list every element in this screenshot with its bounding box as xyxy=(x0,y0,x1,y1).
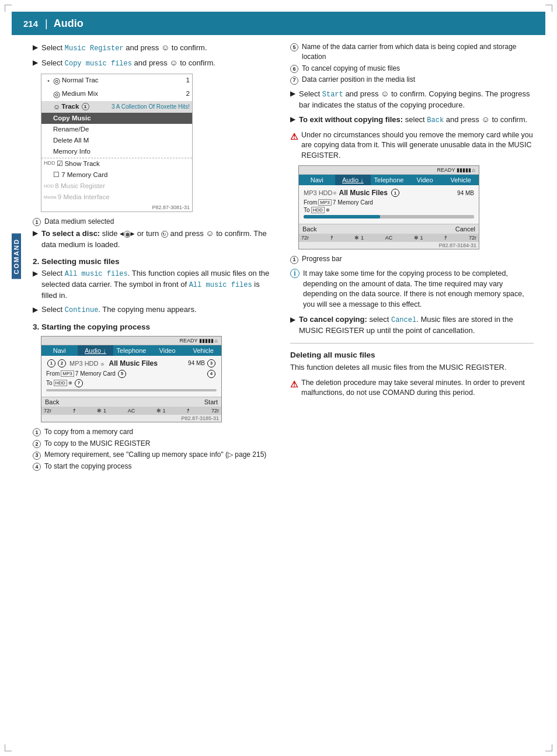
menu-row-show-track: HDD ☑ Show Track xyxy=(41,158,192,169)
progress-bar-fill-2 xyxy=(304,215,380,219)
corner-mark-tr xyxy=(545,5,552,12)
section-divider xyxy=(290,343,534,344)
overlay-4: 4 xyxy=(207,370,215,378)
menu-row-delete-all: Delete All M xyxy=(41,135,192,146)
menu-row-rename: Rename/De xyxy=(41,124,192,135)
ready-text-1: READY xyxy=(180,338,198,344)
overlay-1: 1 xyxy=(47,359,55,367)
menu-row-track: ☺ Track 1 3 A Collection Of Roxette Hits… xyxy=(41,101,192,113)
bullet-arrow-2: ▶ xyxy=(33,58,38,68)
caption-3-text: Memory requirement, see "Calling up memo… xyxy=(44,450,266,460)
caption-copy-from: 1 To copy from a memory card xyxy=(33,427,276,437)
caption-memory-req: 3 Memory requirement, see "Calling up me… xyxy=(33,450,276,460)
overlay-progress-1: 1 xyxy=(391,189,399,197)
device-bottom-bar-1: Back Start xyxy=(41,397,221,407)
corner-mark-bl xyxy=(5,744,12,751)
back-button-2: Back xyxy=(302,226,316,233)
nav-telephone-1: Telephone xyxy=(113,345,149,356)
warning-memory-card: ⚠ Under no circumstances should you remo… xyxy=(290,130,534,161)
section-delete-heading: Deleting all music files xyxy=(290,351,534,359)
caption-5: 5 Name of the data carrier from which da… xyxy=(290,42,534,62)
left-column: ▶ Select Music Register and press ☺ to c… xyxy=(33,42,276,473)
caption-5-text: Name of the data carrier from which data… xyxy=(302,42,534,62)
device-screen-progress: READY ▮▮▮▮▮ ⌂ Navi Audio ↓ Telephone Vid… xyxy=(298,165,479,249)
device-content-2: MP3 HDD ⊕ All Music Files 1 94 MB From M… xyxy=(299,185,479,224)
bullet-exit-without-copy: ▶ To exit without copying files: select … xyxy=(290,114,534,126)
caption-progress-bar: 1 Progress bar xyxy=(290,254,534,264)
nav-vehicle-1: Vehicle xyxy=(185,345,221,356)
nav-video-1: Video xyxy=(149,345,186,356)
device-bottom-bar-2: Back Cancel xyxy=(299,224,479,234)
bullet-select-music-register: ▶ Select Music Register and press ☺ to c… xyxy=(33,42,276,54)
caption-1-text: To copy from a memory card xyxy=(44,427,133,437)
device-nav-bar-1: Navi Audio ↓ Telephone Video Vehicle xyxy=(41,345,221,356)
info-copying-time: i It may take some time for the copying … xyxy=(290,269,534,310)
menu-row-medium-mix: ◎ Medium Mix 2 xyxy=(41,88,192,101)
bullet-select-disc: ▶ To select a disc: slide ◂▸ or turn ↻ a… xyxy=(33,228,276,250)
right-column: 5 Name of the data carrier from which da… xyxy=(290,42,534,473)
warning-icon-1: ⚠ xyxy=(290,130,298,143)
caption-data-medium-text: Data medium selected xyxy=(44,217,114,227)
nav-video-2: Video xyxy=(407,175,443,185)
bottom-captions: 1 To copy from a memory card 2 To copy t… xyxy=(33,427,276,471)
start-button-1: Start xyxy=(204,398,218,405)
menu-row-copy-music: Copy Music xyxy=(41,113,192,124)
menu-row-normal-trac: • ◎ Normal Trac 1 xyxy=(41,74,192,88)
nav-navi-2: Navi xyxy=(299,175,335,185)
caption-7: 7 Data carrier position in the media lis… xyxy=(290,75,534,85)
bullet-arrow-1: ▶ xyxy=(33,43,38,53)
bullet-all-music-files: ▶ Select All music files. This function … xyxy=(33,268,276,301)
part-num-1: P82.87-3081-31 xyxy=(41,203,192,211)
main-content: ▶ Select Music Register and press ☺ to c… xyxy=(21,35,545,485)
sidebar-label: COMAND xyxy=(12,234,21,279)
caption-data-medium: 1 Data medium selected xyxy=(33,217,276,227)
device-screen-copying-process: READY ▮▮▮▮▮ ⌂ Navi Audio ↓ Telephone Vid… xyxy=(41,336,222,422)
warning-deletion: ⚠ The deletion procedure may take severa… xyxy=(290,378,534,398)
device-nav-bar-2: Navi Audio ↓ Telephone Video Vehicle xyxy=(299,175,479,185)
delete-intro-text: This function deletes all music files fr… xyxy=(290,362,534,373)
device-topbar-2: READY ▮▮▮▮▮ ⌂ xyxy=(299,166,479,175)
code-copy-music-files: Copy music files xyxy=(65,60,132,68)
progress-bar-bg xyxy=(46,389,217,391)
caption-6: 6 To cancel copying of music files xyxy=(290,64,534,74)
overlay-3: 3 xyxy=(207,359,215,367)
bullet-copy-music-files: ▶ Select Copy music files and press ☺ to… xyxy=(33,57,276,69)
page-title: Audio xyxy=(54,18,83,30)
joystick-icon xyxy=(124,231,131,238)
device-topbar-1: READY ▮▮▮▮▮ ⌂ xyxy=(41,337,221,345)
part-num-screen-1: P82.87-3185-31 xyxy=(41,415,221,422)
caption-start-copy: 4 To start the copying process xyxy=(33,462,276,471)
device-content-1: 1 2 MP3 HDD ⊕ All Music Files 94 MB 3 Fr… xyxy=(41,356,221,397)
menu-row-8-music-register: HDD 8 Music Register xyxy=(41,181,192,192)
device-status-bar-2: 72r ﾅ ✻ 1 AC ✻ 1 ﾅ 72r xyxy=(299,234,479,242)
caption-6-text: To cancel copying of music files xyxy=(302,64,400,74)
corner-mark-tl xyxy=(5,5,12,12)
caption-progress-text: Progress bar xyxy=(302,254,342,264)
menu-screenshot-1: • ◎ Normal Trac 1 ◎ Medium Mix 2 ☺ Track… xyxy=(41,74,193,212)
nav-audio-2: Audio ↓ xyxy=(335,175,371,185)
section-2-heading: 2. Selecting music files xyxy=(33,257,276,266)
overlay-7: 7 xyxy=(75,379,83,387)
part-num-screen-2: P82.87-3184-31 xyxy=(299,242,479,249)
page-number: 214 xyxy=(23,19,38,29)
nav-vehicle-2: Vehicle xyxy=(443,175,479,185)
nav-telephone-2: Telephone xyxy=(371,175,407,185)
nav-navi-1: Navi xyxy=(41,345,78,356)
corner-mark-br xyxy=(545,744,552,751)
back-button-1: Back xyxy=(45,398,59,405)
caption-4-text: To start the copying process xyxy=(44,462,131,471)
nav-audio-1: Audio ↓ xyxy=(78,345,114,356)
header-bar: 214 | Audio xyxy=(12,12,545,35)
device-status-bar-1: 72r ﾅ ✻ 1 AC ✻ 1 ﾅ 72r xyxy=(41,407,221,415)
cancel-button-2: Cancel xyxy=(455,226,475,233)
bullet-select-start: ▶ Select Start and press ☺ to confirm. C… xyxy=(290,88,534,110)
caption-2-text: To copy to the MUSIC REGISTER xyxy=(44,439,150,449)
bullet-continue: ▶ Select Continue. The copying menu appe… xyxy=(33,304,276,315)
info-1-text: It may take some time for the copying pr… xyxy=(303,269,534,310)
menu-row-memory-info: Memory Info xyxy=(41,146,192,157)
section-3-heading: 3. Starting the copying process xyxy=(33,322,276,331)
bullet-cancel-copying: ▶ To cancel copying: select Cancel. Musi… xyxy=(290,314,534,336)
caption-copy-to: 2 To copy to the MUSIC REGISTER xyxy=(33,439,276,449)
warning-icon-2: ⚠ xyxy=(290,378,298,390)
progress-bar-container xyxy=(304,215,474,219)
